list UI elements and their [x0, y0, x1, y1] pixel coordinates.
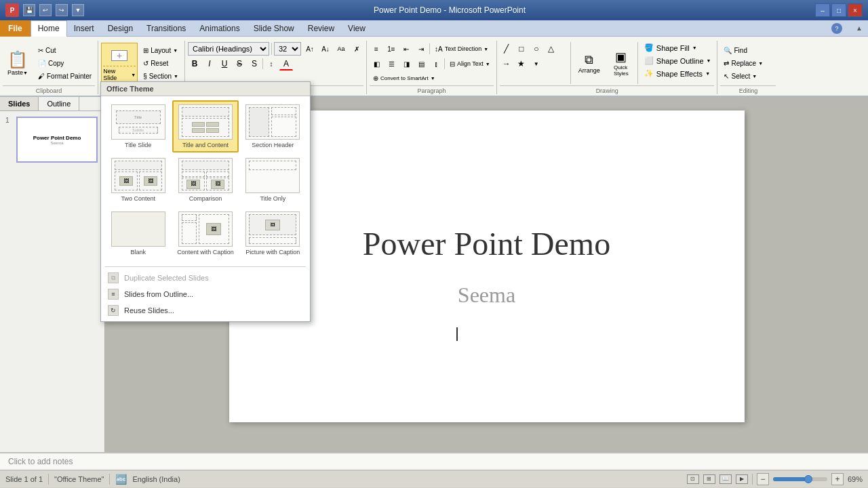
text-direction-button[interactable]: ↕A Text Direction ▼ [431, 43, 492, 55]
select-button[interactable]: ↖ Select ▼ [720, 70, 766, 82]
ribbon-toggle[interactable]: ▲ [856, 24, 863, 32]
save-icon[interactable]: 💾 [23, 4, 35, 16]
clear-format-button[interactable]: ✗ [350, 42, 363, 56]
quick-styles-button[interactable]: ▣ QuickStyles [608, 42, 635, 84]
slide-subtitle[interactable]: Seema [458, 283, 515, 308]
reading-view-btn[interactable]: 📖 [719, 474, 732, 484]
lt-compare-col: 🖼 🖼 [182, 171, 229, 190]
shape-star-icon[interactable]: ★ [515, 57, 528, 70]
shape-outline-button[interactable]: ⬜ Shape Outline ▼ [641, 55, 715, 66]
layout-title-content[interactable]: Title and Content [172, 100, 238, 152]
shape-oval-icon[interactable]: ○ [530, 42, 543, 56]
shape-rect-icon[interactable]: □ [515, 42, 528, 56]
align-left-button[interactable]: ◧ [370, 57, 383, 70]
layout-content-caption[interactable]: 🖼 Content with Caption [172, 207, 238, 260]
menu-insert[interactable]: Insert [67, 20, 101, 37]
menu-file[interactable]: File [0, 20, 31, 37]
ribbon-editing-section: 🔍 Find ⇄ Replace ▼ ↖ Select ▼ Editing [717, 41, 778, 94]
menu-animations[interactable]: Animations [193, 20, 246, 37]
menu-transitions[interactable]: Transitions [140, 20, 193, 37]
slideshow-btn[interactable]: ▶ [736, 474, 748, 484]
col-button[interactable]: ⫿ [429, 57, 443, 70]
align-right-button[interactable]: ◨ [399, 57, 413, 70]
numbering-button[interactable]: 1≡ [384, 42, 398, 56]
zoom-out-btn[interactable]: − [757, 473, 769, 485]
shape-more-icon[interactable]: ▼ [530, 57, 543, 70]
maximize-button[interactable]: □ [831, 3, 846, 17]
zoom-slider[interactable] [773, 477, 827, 481]
shape-effects-button[interactable]: ✨ Shape Effects ▼ [641, 68, 715, 79]
change-case-button[interactable]: Aa [334, 42, 348, 56]
replace-button[interactable]: ⇄ Replace ▼ [720, 57, 766, 69]
copy-button[interactable]: 📄 Copy [35, 57, 95, 69]
undo-icon[interactable]: ↩ [39, 4, 52, 16]
layout-button[interactable]: ⊞ Layout ▼ [140, 44, 182, 56]
new-slide-button[interactable]: + New Slide▼ [101, 43, 138, 83]
layout-section-header[interactable]: Section Header [240, 100, 306, 152]
convert-smartart-button[interactable]: ⊕ Convert to SmartArt ▼ [370, 72, 439, 84]
bullets-button[interactable]: ≡ [370, 42, 383, 56]
reset-button[interactable]: ↺ Reset [140, 57, 182, 69]
align-text-button[interactable]: ⊟ Align Text ▼ [446, 58, 494, 70]
strikethrough-button[interactable]: S [233, 57, 246, 70]
italic-button[interactable]: I [203, 57, 216, 70]
notes-bar[interactable]: Click to add notes [0, 452, 868, 470]
menu-slideshow[interactable]: Slide Show [247, 20, 301, 37]
reuse-slides-item[interactable]: ↻ Reuse Slides... [101, 302, 310, 319]
para-row3: ⊕ Convert to SmartArt ▼ [370, 72, 494, 84]
underline-button[interactable]: U [218, 57, 231, 70]
shape-line-icon[interactable]: ╱ [500, 42, 513, 56]
tab-slides[interactable]: Slides [0, 97, 39, 110]
drawing-inner: ╱ □ ○ △ → ★ ▼ ⧉ Arrange [500, 42, 715, 84]
layout-comparison[interactable]: 🖼 🖼 Comparison [172, 154, 238, 206]
reuse-icon: ↻ [108, 305, 119, 316]
menu-design[interactable]: Design [101, 20, 140, 37]
justify-button[interactable]: ▤ [414, 57, 428, 70]
zoom-thumb[interactable] [804, 475, 812, 483]
slide-thumbnail-1[interactable]: Power Point Demo Seema [16, 117, 98, 163]
font-size-select[interactable]: 32 [274, 42, 301, 56]
align-center-button[interactable]: ☰ [384, 57, 398, 70]
close-button[interactable]: × [848, 3, 863, 17]
customize-icon[interactable]: ▼ [72, 4, 84, 16]
shape-triangle-icon[interactable]: △ [545, 42, 558, 56]
section-button[interactable]: § Section ▼ [140, 70, 182, 82]
spacing-button[interactable]: ↕ [264, 57, 278, 70]
increase-indent-button[interactable]: ⇥ [414, 42, 428, 56]
format-painter-button[interactable]: 🖌 Format Painter [35, 70, 95, 82]
layout-label-two-content: Two Content [121, 195, 155, 202]
normal-view-btn[interactable]: ⊡ [687, 474, 699, 484]
bold-button[interactable]: B [188, 57, 201, 70]
layout-dropdown[interactable]: Office Theme Title Subtitle Title Slide [100, 81, 311, 322]
find-button[interactable]: 🔍 Find [720, 44, 766, 56]
layout-title-only[interactable]: Title Only [240, 154, 306, 206]
shape-arrow-icon[interactable]: → [500, 57, 513, 70]
tab-outline[interactable]: Outline [39, 97, 79, 110]
menu-review[interactable]: Review [301, 20, 341, 37]
increase-font-button[interactable]: A↑ [303, 42, 317, 56]
menu-home[interactable]: Home [31, 20, 67, 37]
menu-view[interactable]: View [341, 20, 372, 37]
slide-title[interactable]: Power Point Demo [363, 225, 610, 262]
paste-button[interactable]: 📋 Paste▼ [3, 47, 33, 79]
help-icon[interactable]: ? [831, 23, 842, 34]
slides-panel: Slides Outline 1 Power Point Demo Seema [0, 97, 105, 452]
minimize-button[interactable]: – [815, 3, 830, 17]
shape-fill-button[interactable]: 🪣 Shape Fill ▼ [641, 42, 715, 54]
decrease-indent-button[interactable]: ⇤ [399, 42, 413, 56]
layout-picture-caption[interactable]: 🖼 Picture with Caption [240, 207, 306, 260]
layout-title-slide[interactable]: Title Subtitle Title Slide [105, 100, 171, 152]
font-color-button[interactable]: A [279, 57, 293, 70]
shadow-button[interactable]: S [248, 57, 261, 70]
layout-thumb-content-caption: 🖼 [178, 211, 233, 247]
decrease-font-button[interactable]: A↓ [319, 42, 332, 56]
layout-blank[interactable]: Blank [105, 207, 171, 260]
slides-from-outline-item[interactable]: ≡ Slides from Outline... [101, 286, 310, 302]
slide-sorter-btn[interactable]: ⊞ [703, 474, 715, 484]
cut-button[interactable]: ✂ Cut [35, 44, 95, 56]
redo-icon[interactable]: ↪ [56, 4, 68, 16]
arrange-button[interactable]: ⧉ Arrange [574, 42, 605, 84]
font-name-select[interactable]: Calibri (Headings) [188, 42, 269, 56]
zoom-in-btn[interactable]: + [831, 473, 844, 485]
layout-two-content[interactable]: 🖼 🖼 Two Content [105, 154, 171, 206]
